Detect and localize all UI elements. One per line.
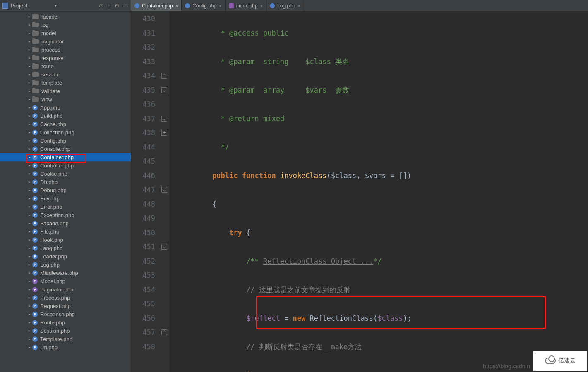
folded-region[interactable]: ReflectionClass Object ... (263, 257, 373, 265)
chevron-right-icon[interactable]: ▸ (26, 196, 32, 200)
tree-item-log[interactable]: ▸log (0, 21, 131, 29)
chevron-right-icon[interactable]: ▸ (26, 105, 32, 110)
gear-icon[interactable]: ⚙ (115, 3, 119, 9)
fold-column[interactable]: ⌃⌄⌄+⌄⌄⌃ (160, 12, 169, 372)
tree-item-config-php[interactable]: ▸Config.php (0, 136, 131, 145)
tree-item-request-php[interactable]: ▸Request.php (0, 302, 131, 310)
tree-item-route[interactable]: ▸route (0, 62, 131, 70)
chevron-right-icon[interactable]: ▸ (26, 138, 32, 143)
tree-item-session[interactable]: ▸session (0, 70, 131, 79)
chevron-right-icon[interactable]: ▸ (26, 147, 32, 151)
tree-item-file-php[interactable]: ▸File.php (0, 227, 131, 236)
tree-item-paginator-php[interactable]: ▸Paginator.php (0, 285, 131, 293)
chevron-right-icon[interactable]: ▸ (26, 64, 32, 68)
chevron-right-icon[interactable]: ▸ (26, 329, 32, 333)
close-icon[interactable]: × (219, 3, 221, 8)
tree-item-error-php[interactable]: ▸Error.php (0, 203, 131, 211)
chevron-right-icon[interactable]: ▸ (26, 39, 32, 43)
tree-item-log-php[interactable]: ▸Log.php (0, 260, 131, 269)
tree-item-cache-php[interactable]: ▸Cache.php (0, 120, 131, 128)
chevron-right-icon[interactable]: ▸ (26, 287, 32, 291)
close-icon[interactable]: × (260, 3, 263, 8)
chevron-right-icon[interactable]: ▸ (26, 254, 32, 258)
fold-toggle-icon[interactable]: ⌄ (161, 87, 167, 93)
fold-toggle-icon[interactable]: ⌄ (161, 116, 167, 122)
chevron-right-icon[interactable]: ▸ (26, 180, 32, 184)
chevron-right-icon[interactable]: ▸ (26, 72, 32, 76)
chevron-right-icon[interactable]: ▸ (26, 279, 32, 283)
chevron-right-icon[interactable]: ▸ (26, 229, 32, 234)
tab-container-php[interactable]: Container.php× (131, 0, 182, 11)
tree-item-exception-php[interactable]: ▸Exception.php (0, 211, 131, 219)
chevron-right-icon[interactable]: ▸ (26, 23, 32, 27)
tree-item-route-php[interactable]: ▸Route.php (0, 318, 131, 327)
collapse-all-icon[interactable]: ≡ (108, 3, 110, 9)
tree-item-container-php[interactable]: ▸Container.php (0, 153, 131, 161)
fold-toggle-icon[interactable]: ⌄ (161, 187, 167, 193)
chevron-right-icon[interactable]: ▸ (26, 188, 32, 192)
chevron-right-icon[interactable]: ▸ (26, 130, 32, 134)
tree-item-model-php[interactable]: ▸Model.php (0, 277, 131, 285)
locate-icon[interactable]: ☉ (99, 3, 103, 9)
tree-item-env-php[interactable]: ▸Env.php (0, 194, 131, 203)
chevron-right-icon[interactable]: ▸ (26, 89, 32, 93)
tree-item-middleware-php[interactable]: ▸Middleware.php (0, 269, 131, 277)
fold-expand-icon[interactable]: + (161, 130, 167, 136)
tree-item-facade[interactable]: ▸facade (0, 12, 131, 21)
chevron-right-icon[interactable]: ▸ (26, 56, 32, 60)
tree-item-response-php[interactable]: ▸Response.php (0, 310, 131, 318)
tree-item-view[interactable]: ▸view (0, 95, 131, 103)
chevron-right-icon[interactable]: ▸ (26, 246, 32, 250)
close-icon[interactable]: × (175, 3, 178, 8)
chevron-right-icon[interactable]: ▸ (26, 81, 32, 85)
tree-item-facade-php[interactable]: ▸Facade.php (0, 219, 131, 227)
tree-item-console-php[interactable]: ▸Console.php (0, 145, 131, 153)
tree-item-app-php[interactable]: ▸App.php (0, 103, 131, 112)
project-tree[interactable]: ▸facade▸log▸model▸paginator▸process▸resp… (0, 12, 131, 372)
tree-item-loader-php[interactable]: ▸Loader.php (0, 252, 131, 260)
tree-item-template[interactable]: ▸template (0, 79, 131, 87)
chevron-right-icon[interactable]: ▸ (26, 205, 32, 209)
chevron-right-icon[interactable]: ▸ (26, 262, 32, 267)
chevron-right-icon[interactable]: ▸ (26, 304, 32, 308)
tree-item-response[interactable]: ▸response (0, 54, 131, 62)
close-icon[interactable]: × (298, 3, 300, 8)
tree-item-paginator[interactable]: ▸paginator (0, 37, 131, 45)
chevron-right-icon[interactable]: ▸ (26, 320, 32, 324)
chevron-right-icon[interactable]: ▸ (26, 155, 32, 159)
chevron-right-icon[interactable]: ▸ (26, 14, 32, 19)
fold-toggle-icon[interactable]: ⌄ (161, 244, 167, 250)
chevron-right-icon[interactable]: ▸ (26, 172, 32, 176)
tab-log-php[interactable]: Log.php× (266, 0, 304, 11)
fold-toggle-icon[interactable]: ⌃ (161, 73, 167, 79)
chevron-right-icon[interactable]: ▸ (26, 122, 32, 126)
chevron-down-icon[interactable]: ▾ (55, 3, 57, 8)
code-area[interactable]: 4304314324334344354364374384444454464474… (131, 12, 588, 372)
tree-item-build-php[interactable]: ▸Build.php (0, 112, 131, 120)
tab-config-php[interactable]: Config.php× (182, 0, 225, 11)
tree-item-model[interactable]: ▸model (0, 29, 131, 37)
tree-item-url-php[interactable]: ▸Url.php (0, 343, 131, 351)
chevron-right-icon[interactable]: ▸ (26, 238, 32, 242)
sidebar-title[interactable]: Project (11, 2, 53, 9)
chevron-right-icon[interactable]: ▸ (26, 31, 32, 35)
tree-item-process[interactable]: ▸process (0, 45, 131, 54)
chevron-right-icon[interactable]: ▸ (26, 337, 32, 341)
chevron-right-icon[interactable]: ▸ (26, 48, 32, 52)
tree-item-debug-php[interactable]: ▸Debug.php (0, 186, 131, 194)
tree-item-validate[interactable]: ▸validate (0, 87, 131, 95)
chevron-right-icon[interactable]: ▸ (26, 97, 32, 101)
tree-item-controller-php[interactable]: ▸Controller.php (0, 161, 131, 169)
chevron-right-icon[interactable]: ▸ (26, 345, 32, 349)
fold-toggle-icon[interactable]: ⌃ (161, 329, 167, 335)
tree-item-hook-php[interactable]: ▸Hook.php (0, 236, 131, 244)
minimize-icon[interactable]: — (123, 3, 128, 9)
chevron-right-icon[interactable]: ▸ (26, 163, 32, 167)
chevron-right-icon[interactable]: ▸ (26, 312, 32, 316)
chevron-right-icon[interactable]: ▸ (26, 296, 32, 300)
code-content[interactable]: * @access public * @param string $class … (169, 12, 588, 372)
tree-item-lang-php[interactable]: ▸Lang.php (0, 244, 131, 252)
chevron-right-icon[interactable]: ▸ (26, 221, 32, 225)
chevron-right-icon[interactable]: ▸ (26, 213, 32, 217)
chevron-right-icon[interactable]: ▸ (26, 271, 32, 275)
